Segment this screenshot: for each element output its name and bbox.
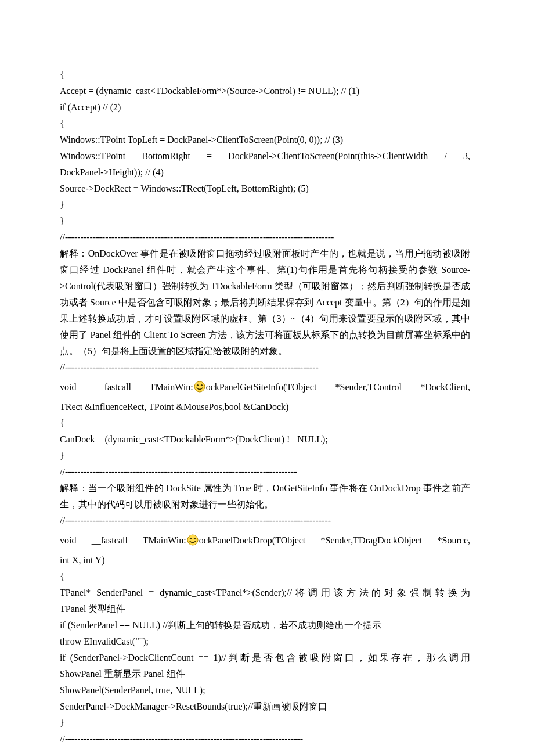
code-line: } xyxy=(60,197,470,213)
code-line: if (SenderPanel == NULL) //判断上句的转换是否成功，若… xyxy=(60,617,470,633)
code-line: CanDock = (dynamic_cast<TDockableForm*>(… xyxy=(60,431,470,448)
code-line: ShowPanel(SenderPanel, true, NULL); xyxy=(60,682,470,699)
code-line: TRect &InfluenceRect, TPoint &MousePos,b… xyxy=(60,399,470,415)
code-line: void __fastcall TMainWin:ockPanelGetSite… xyxy=(60,379,470,395)
code-line: int X, int Y) xyxy=(60,552,470,568)
document-page: { Accept = (dynamic_cast<TDockableForm*>… xyxy=(0,0,534,756)
code-line: Windows::TPoint BottomRight = DockPanel-… xyxy=(60,148,470,164)
code-line: DockPanel->Height)); // (4) xyxy=(60,164,470,181)
smile-emoji-icon xyxy=(194,381,205,393)
code-line: } xyxy=(60,715,470,731)
explanation-paragraph: 解释：OnDockOver 事件是在被吸附窗口拖动经过吸附面板时产生的，也就是说… xyxy=(60,246,470,359)
smile-emoji-icon xyxy=(187,534,199,546)
svg-point-2 xyxy=(201,384,203,386)
text-segment: ockPanelDockDrop(TObject *Sender,TDragDo… xyxy=(199,535,470,545)
svg-point-4 xyxy=(190,538,192,539)
explanation-paragraph: 解释：当一个吸附组件的 DockSite 属性为 True 时，OnGetSit… xyxy=(60,480,470,513)
code-line: } xyxy=(60,448,470,464)
code-line: SenderPanel->DockManager->ResetBounds(tr… xyxy=(60,699,470,715)
svg-point-1 xyxy=(197,384,199,386)
separator-comment: //--------------------------------------… xyxy=(60,731,470,747)
text-segment: void __fastcall TMainWin: xyxy=(60,382,193,392)
code-line: Accept = (dynamic_cast<TDockableForm*>(S… xyxy=(60,83,470,99)
code-line: ShowPanel 重新显示 Panel 组件 xyxy=(60,666,470,682)
code-line: void __fastcall TMainWin:ockPanelDockDro… xyxy=(60,532,470,549)
separator-comment: //--------------------------------------… xyxy=(60,229,470,246)
code-line: { xyxy=(60,568,470,585)
code-line: throw EInvalidCast(""); xyxy=(60,633,470,650)
separator-comment: //--------------------------------------… xyxy=(60,513,470,529)
separator-comment: //--------------------------------------… xyxy=(60,359,470,376)
code-line: { xyxy=(60,116,470,132)
code-line: if (Accept) // (2) xyxy=(60,99,470,116)
code-line: TPanel 类型组件 xyxy=(60,601,470,617)
code-line: TPanel* SenderPanel = dynamic_cast<TPane… xyxy=(60,585,470,601)
code-line: { xyxy=(60,67,470,83)
svg-point-0 xyxy=(194,381,205,392)
separator-comment: //--------------------------------------… xyxy=(60,464,470,480)
code-line: Windows::TPoint TopLeft = DockPanel->Cli… xyxy=(60,132,470,148)
svg-point-5 xyxy=(194,538,196,539)
text-segment: ockPanelGetSiteInfo(TObject *Sender,TCon… xyxy=(206,382,470,392)
code-line: Source->DockRect = Windows::TRect(TopLef… xyxy=(60,181,470,197)
code-line: if (SenderPanel->DockClientCount == 1)//… xyxy=(60,650,470,666)
svg-point-3 xyxy=(187,535,198,545)
code-line: { xyxy=(60,415,470,431)
text-segment: void __fastcall TMainWin: xyxy=(60,535,186,545)
code-line: } xyxy=(60,213,470,229)
